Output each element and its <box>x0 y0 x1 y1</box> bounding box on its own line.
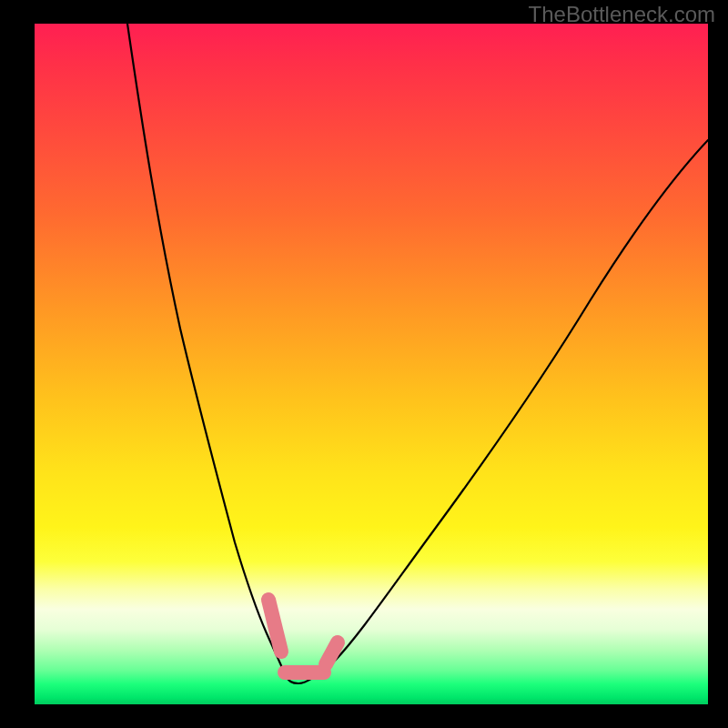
highlight-right-branch <box>326 642 338 664</box>
plot-area <box>35 24 708 704</box>
chart-frame: TheBottleneck.com <box>0 0 728 728</box>
highlight-left-branch <box>268 600 281 652</box>
bottleneck-curve <box>127 24 708 683</box>
curve-layer <box>35 24 708 704</box>
watermark-text: TheBottleneck.com <box>529 2 715 27</box>
